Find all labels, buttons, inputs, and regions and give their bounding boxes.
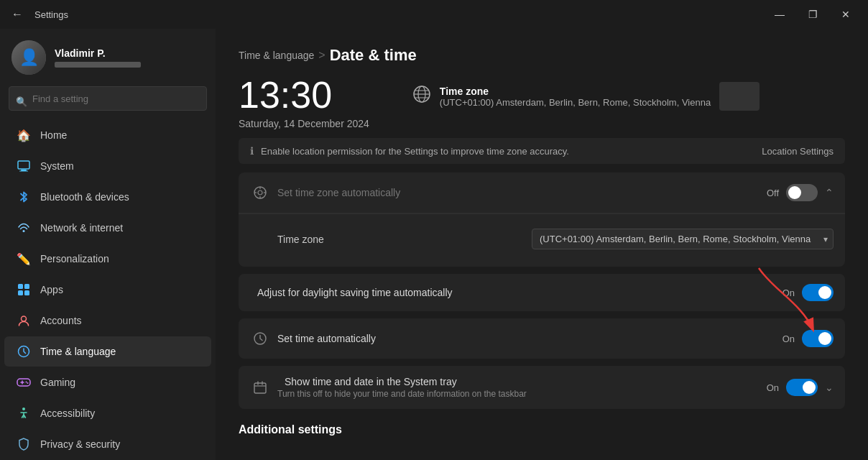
apps-icon bbox=[16, 282, 32, 298]
back-button[interactable]: ← bbox=[6, 3, 29, 26]
close-button[interactable]: ✕ bbox=[829, 3, 862, 26]
sidebar-item-gaming[interactable]: Gaming bbox=[4, 367, 211, 397]
svg-rect-7 bbox=[24, 290, 29, 295]
daylight-label: Adjust for daylight saving time automati… bbox=[257, 287, 782, 298]
set-time-auto-toggle[interactable] bbox=[802, 330, 834, 347]
svg-rect-2 bbox=[19, 171, 28, 172]
location-settings-link[interactable]: Location Settings bbox=[762, 146, 834, 157]
system-tray-toggle[interactable] bbox=[786, 379, 818, 396]
sidebar-item-accessibility-label: Accessibility bbox=[40, 408, 95, 419]
timezone-select-row: Time zone (UTC+01:00) Amsterdam, Berlin,… bbox=[277, 221, 834, 257]
toggle-knob bbox=[788, 186, 801, 199]
sidebar-item-network-label: Network & internet bbox=[40, 222, 123, 234]
user-bar-placeholder bbox=[55, 62, 141, 68]
gaming-icon bbox=[16, 374, 32, 390]
breadcrumb-current: Date & time bbox=[330, 46, 417, 65]
timezone-auto-toggle[interactable] bbox=[786, 184, 818, 201]
svg-rect-0 bbox=[18, 161, 29, 169]
sidebar-item-apps[interactable]: Apps bbox=[4, 275, 211, 305]
sidebar-item-home[interactable]: 🏠 Home bbox=[4, 120, 211, 150]
bluetooth-icon bbox=[16, 189, 32, 205]
sidebar-item-time-label: Time & language bbox=[40, 346, 116, 357]
timezone-auto-label: Set time zone automatically bbox=[277, 187, 767, 198]
additional-settings-title: Additional settings bbox=[239, 423, 845, 436]
svg-point-12 bbox=[27, 382, 29, 384]
minimize-button[interactable]: — bbox=[763, 3, 796, 26]
timezone-select-label: Time zone bbox=[277, 234, 324, 245]
set-time-auto-state: On bbox=[782, 334, 795, 344]
calendar-icon bbox=[250, 377, 270, 397]
system-tray-row: Show time and date in the System tray Tu… bbox=[239, 366, 845, 409]
date-value: Saturday, 14 December 2024 bbox=[239, 118, 369, 129]
sidebar-item-system-label: System bbox=[40, 160, 74, 172]
breadcrumb-sep: > bbox=[318, 49, 325, 62]
timezone-auto-row[interactable]: Set time zone automatically Off ⌃ bbox=[239, 172, 845, 213]
svg-rect-6 bbox=[18, 290, 23, 295]
sidebar-item-network[interactable]: Network & internet bbox=[4, 213, 211, 243]
network-icon bbox=[16, 220, 32, 236]
maximize-button[interactable]: ❐ bbox=[796, 3, 829, 26]
location-notice: ℹ Enable location permission for the Set… bbox=[239, 138, 845, 164]
timezone-auto-card: Set time zone automatically Off ⌃ Time z… bbox=[239, 172, 845, 267]
user-name: Vladimir P. bbox=[55, 47, 141, 59]
system-tray-chevron[interactable]: ⌄ bbox=[825, 382, 834, 393]
sidebar-item-bluetooth-label: Bluetooth & devices bbox=[40, 191, 129, 203]
timezone-auto-chevron[interactable]: ⌃ bbox=[825, 187, 834, 198]
svg-rect-27 bbox=[254, 383, 266, 393]
time-icon bbox=[16, 344, 32, 359]
daylight-controls: On bbox=[782, 284, 834, 301]
timezone-select[interactable]: (UTC+01:00) Amsterdam, Berlin, Bern, Rom… bbox=[532, 229, 834, 249]
nav-menu: 🏠 Home System B bbox=[0, 119, 216, 460]
svg-rect-4 bbox=[18, 284, 23, 289]
daylight-toggle[interactable] bbox=[802, 284, 834, 301]
privacy-icon bbox=[16, 436, 32, 452]
system-tray-controls: On ⌄ bbox=[767, 379, 834, 396]
sidebar-item-personalization-label: Personalization bbox=[40, 253, 109, 264]
timezone-value: (UTC+01:00) Amsterdam, Berlin, Bern, Rom… bbox=[440, 97, 711, 108]
toggle-knob-daylight bbox=[818, 286, 831, 299]
sidebar-item-system[interactable]: System bbox=[4, 151, 211, 181]
breadcrumb-parent[interactable]: Time & language bbox=[239, 50, 314, 61]
titlebar: ← Settings — ❐ ✕ bbox=[0, 0, 868, 29]
search-container: 🔍 bbox=[0, 83, 216, 119]
sidebar-item-bluetooth[interactable]: Bluetooth & devices bbox=[4, 182, 211, 212]
sidebar-item-privacy[interactable]: Privacy & security bbox=[4, 429, 211, 459]
system-tray-desc: Turn this off to hide your time and date… bbox=[277, 389, 767, 399]
timezone-auto-icon bbox=[250, 183, 270, 203]
svg-point-8 bbox=[22, 316, 27, 321]
personalization-icon: ✏️ bbox=[16, 251, 32, 267]
timezone-info: Time zone (UTC+01:00) Amsterdam, Berlin,… bbox=[440, 86, 711, 108]
user-info: Vladimir P. bbox=[55, 47, 141, 68]
system-icon bbox=[16, 158, 32, 174]
timezone-expanded: Time zone (UTC+01:00) Amsterdam, Berlin,… bbox=[239, 213, 845, 267]
globe-icon bbox=[412, 85, 431, 108]
main-content: Time & language > Date & time 13:30 Satu… bbox=[216, 29, 868, 460]
window-controls: — ❐ ✕ bbox=[763, 3, 862, 26]
search-input[interactable] bbox=[9, 86, 207, 111]
accessibility-icon bbox=[16, 405, 32, 421]
timezone-select-wrapper[interactable]: (UTC+01:00) Amsterdam, Berlin, Bern, Rom… bbox=[532, 229, 834, 249]
sidebar-item-home-label: Home bbox=[40, 129, 67, 141]
sidebar-item-personalization[interactable]: ✏️ Personalization bbox=[4, 244, 211, 274]
toggle-knob-time-auto bbox=[818, 332, 831, 345]
system-tray-card: Show time and date in the System tray Tu… bbox=[239, 366, 845, 409]
sidebar-item-accounts[interactable]: Accounts bbox=[4, 305, 211, 336]
sidebar: 👤 Vladimir P. 🔍 🏠 Home bbox=[0, 29, 216, 460]
timezone-auto-state: Off bbox=[767, 188, 779, 198]
home-icon: 🏠 bbox=[16, 127, 32, 143]
breadcrumb: Time & language > Date & time bbox=[239, 46, 845, 65]
set-time-auto-controls: On bbox=[782, 330, 834, 347]
sidebar-item-time[interactable]: Time & language bbox=[4, 336, 211, 367]
set-time-auto-label: Set time automatically bbox=[277, 333, 782, 344]
location-notice-text: Enable location permission for the Setti… bbox=[261, 146, 569, 157]
sidebar-item-apps-label: Apps bbox=[40, 284, 63, 295]
user-profile[interactable]: 👤 Vladimir P. bbox=[0, 29, 216, 83]
window-title: Settings bbox=[34, 9, 68, 20]
system-tray-state: On bbox=[767, 382, 779, 393]
info-icon: ℹ bbox=[250, 145, 254, 157]
sidebar-item-accessibility[interactable]: Accessibility bbox=[4, 398, 211, 428]
sidebar-item-accounts-label: Accounts bbox=[40, 315, 82, 326]
app-body: 👤 Vladimir P. 🔍 🏠 Home bbox=[0, 29, 868, 460]
svg-rect-5 bbox=[24, 284, 29, 289]
clock-icon bbox=[250, 328, 270, 349]
